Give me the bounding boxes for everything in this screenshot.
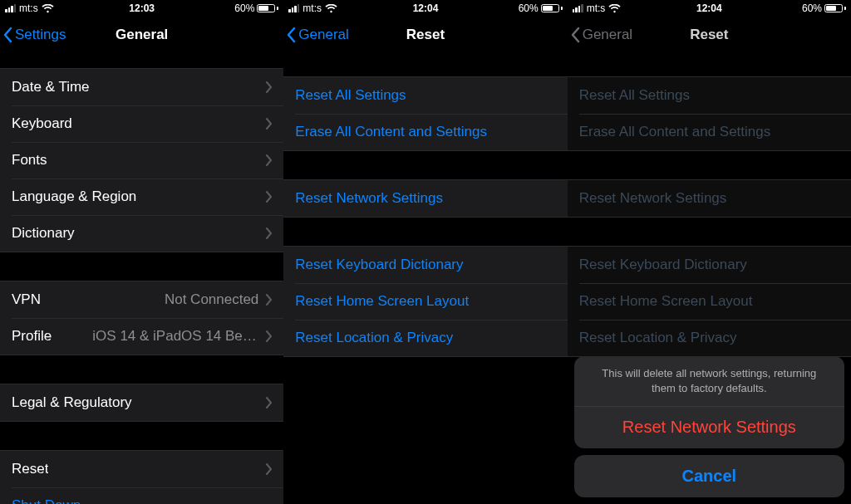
list-action-label: Reset Location & Privacy xyxy=(579,330,737,346)
action-sheet-message: This will delete all network settings, r… xyxy=(574,356,844,405)
wifi-icon xyxy=(608,4,621,13)
list-action[interactable]: Reset Location & Privacy xyxy=(568,320,851,356)
chevron-right-icon xyxy=(265,228,272,239)
battery-icon xyxy=(541,4,563,12)
list-action[interactable]: Reset All Settings xyxy=(283,77,567,114)
list-item[interactable]: Fonts xyxy=(0,142,283,179)
wifi-icon xyxy=(325,4,337,13)
chevron-left-icon xyxy=(3,27,13,43)
back-label: General xyxy=(583,27,632,43)
battery-icon xyxy=(824,4,846,12)
list-action[interactable]: Reset Network Settings xyxy=(568,180,851,217)
list-group: Reset Keyboard DictionaryReset Home Scre… xyxy=(568,246,851,357)
chevron-left-icon xyxy=(287,27,297,43)
list-action[interactable]: Reset All Settings xyxy=(568,77,851,114)
list-item-label: Keyboard xyxy=(12,115,72,132)
screen-1: mt:s12:0460%GeneralResetReset All Settin… xyxy=(283,0,567,504)
list-item-detail: iOS 14 & iPadOS 14 Beta Softwar... xyxy=(92,328,258,345)
list-item[interactable]: Date & Time xyxy=(0,69,283,105)
chevron-right-icon xyxy=(265,294,272,306)
list-action-label: Reset Keyboard Dictionary xyxy=(579,257,747,273)
list-action[interactable]: Reset Network Settings xyxy=(283,180,567,217)
list-action[interactable]: Reset Location & Privacy xyxy=(283,320,567,356)
action-sheet: This will delete all network settings, r… xyxy=(574,356,844,497)
list-item[interactable]: VPNNot Connected xyxy=(0,281,283,318)
signal-icon xyxy=(288,4,299,12)
action-sheet-cancel-card: Cancel xyxy=(574,455,844,497)
list-group: Reset Keyboard DictionaryReset Home Scre… xyxy=(283,246,567,357)
carrier-label: mt:s xyxy=(19,2,38,14)
list-action-label: Shut Down xyxy=(12,497,81,504)
list-action[interactable]: Shut Down xyxy=(0,487,283,504)
list-action[interactable]: Reset Home Screen Layout xyxy=(283,283,567,320)
list-action-label: Reset All Settings xyxy=(295,87,406,104)
list-action[interactable]: Erase All Content and Settings xyxy=(283,114,567,150)
list-item[interactable]: ProfileiOS 14 & iPadOS 14 Beta Softwar..… xyxy=(0,318,283,355)
navbar: GeneralReset xyxy=(568,17,851,53)
battery-percent: 60% xyxy=(234,2,254,14)
page-title: Reset xyxy=(406,27,445,43)
battery-percent: 60% xyxy=(802,2,822,14)
list-item[interactable]: Legal & Regulatory xyxy=(0,384,283,421)
navbar: GeneralReset xyxy=(283,17,567,53)
chevron-right-icon xyxy=(265,81,272,93)
list-action-label: Erase All Content and Settings xyxy=(579,124,771,140)
list-item-label: Reset xyxy=(12,461,48,477)
screen-0: mt:s12:0360%SettingsGeneralDate & TimeKe… xyxy=(0,0,283,504)
back-label: General xyxy=(298,27,348,43)
page-title: Reset xyxy=(690,27,728,43)
list-action-label: Erase All Content and Settings xyxy=(295,124,487,140)
carrier-label: mt:s xyxy=(587,2,606,14)
action-sheet-card: This will delete all network settings, r… xyxy=(574,356,844,448)
list-action-label: Reset Home Screen Layout xyxy=(579,293,753,310)
list-item-label: Legal & Regulatory xyxy=(12,394,132,411)
list-item-label: VPN xyxy=(12,291,41,308)
chevron-right-icon xyxy=(265,330,272,342)
action-sheet-destructive[interactable]: Reset Network Settings xyxy=(574,406,844,448)
signal-icon xyxy=(5,4,16,12)
content: Date & TimeKeyboardFontsLanguage & Regio… xyxy=(0,53,283,504)
list-action[interactable]: Reset Keyboard Dictionary xyxy=(283,247,567,283)
signal-icon xyxy=(573,4,583,12)
list-group: VPNNot ConnectedProfileiOS 14 & iPadOS 1… xyxy=(0,281,283,355)
list-item[interactable]: Dictionary xyxy=(0,215,283,252)
list-item-label: Profile xyxy=(12,328,52,345)
battery-percent: 60% xyxy=(519,2,539,14)
list-action-label: Reset Keyboard Dictionary xyxy=(295,257,463,273)
list-group: Legal & Regulatory xyxy=(0,384,283,422)
list-group: Date & TimeKeyboardFontsLanguage & Regio… xyxy=(0,68,283,252)
list-action-label: Reset Location & Privacy xyxy=(295,330,453,346)
back-button[interactable]: Settings xyxy=(0,27,66,43)
status-bar: mt:s12:0360% xyxy=(0,0,283,17)
status-time: 12:03 xyxy=(129,2,155,14)
list-action-label: Reset Network Settings xyxy=(579,190,727,207)
action-sheet-cancel[interactable]: Cancel xyxy=(574,455,844,497)
list-action-label: Reset Network Settings xyxy=(295,190,443,207)
battery-icon xyxy=(257,4,278,12)
back-label: Settings xyxy=(15,27,66,43)
list-item[interactable]: Keyboard xyxy=(0,105,283,142)
list-group: Reset Network Settings xyxy=(283,179,567,218)
list-item-detail: Not Connected xyxy=(165,291,258,308)
list-item[interactable]: Reset xyxy=(0,451,283,487)
list-action[interactable]: Reset Keyboard Dictionary xyxy=(568,247,851,283)
screen-2: mt:s12:0460%GeneralResetReset All Settin… xyxy=(568,0,851,504)
list-action[interactable]: Reset Home Screen Layout xyxy=(568,283,851,320)
chevron-right-icon xyxy=(265,191,272,203)
status-time: 12:04 xyxy=(696,2,722,14)
list-action-label: Reset Home Screen Layout xyxy=(295,293,469,310)
list-group: Reset All SettingsErase All Content and … xyxy=(283,76,567,151)
list-group: Reset All SettingsErase All Content and … xyxy=(568,76,851,151)
back-button[interactable]: General xyxy=(568,27,632,43)
list-item-label: Fonts xyxy=(12,152,47,169)
list-action-label: Reset All Settings xyxy=(579,87,690,104)
content: Reset All SettingsErase All Content and … xyxy=(283,53,567,504)
list-item[interactable]: Language & Region xyxy=(0,179,283,215)
list-group: ResetShut Down xyxy=(0,450,283,504)
carrier-label: mt:s xyxy=(303,2,322,14)
back-button[interactable]: General xyxy=(283,27,348,43)
list-item-label: Date & Time xyxy=(12,79,90,95)
status-bar: mt:s12:0460% xyxy=(283,0,567,17)
chevron-right-icon xyxy=(265,118,272,130)
list-action[interactable]: Erase All Content and Settings xyxy=(568,114,851,150)
